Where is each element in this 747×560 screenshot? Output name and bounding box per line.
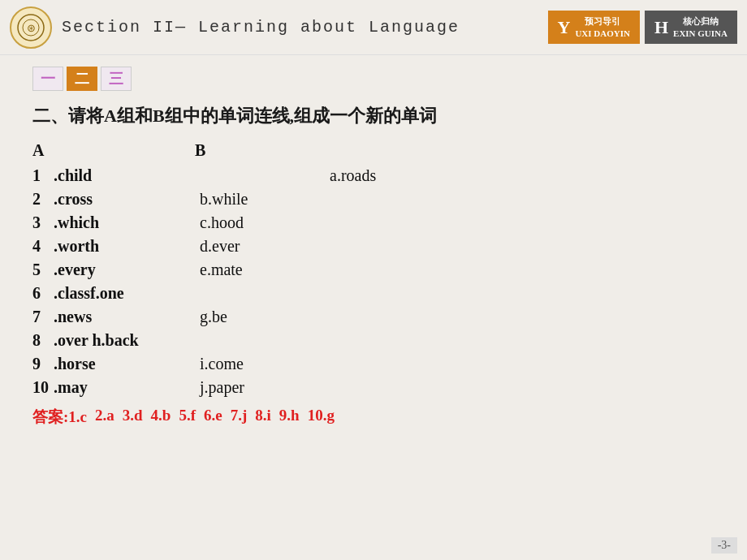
section-title: 二、请将A组和B组中的单词连线,组成一个新的单词	[32, 104, 715, 128]
main-content: 一 二 三 二、请将A组和B组中的单词连线,组成一个新的单词 A B 1 .ch…	[0, 55, 747, 439]
word-b: i.come	[200, 355, 297, 373]
table-row: 5 .every e.mate	[32, 261, 715, 279]
header: ⊛ Section II— Learning about Language Y …	[0, 0, 747, 55]
word-num: 6	[32, 284, 54, 303]
answer-item: 答案:1.c	[32, 407, 87, 428]
word-num: 1	[32, 166, 54, 185]
answer-row: 答案:1.c 2.a 3.d 4.b 5.f 6.e 7.j 8.i 9.h 1…	[32, 407, 715, 428]
badge-h-letter: H	[654, 17, 668, 38]
answer-item: 8.i	[255, 407, 271, 428]
table-row: 2 .cross b.while	[32, 190, 715, 209]
word-b: g.be	[200, 308, 297, 326]
col-a-header: A	[32, 141, 195, 160]
table-row: 3 .which c.hood	[32, 213, 715, 232]
word-num: 8	[32, 331, 54, 350]
tab-3[interactable]: 三	[101, 67, 132, 91]
word-a: .which	[54, 213, 167, 232]
word-b: e.mate	[200, 261, 297, 279]
word-a: .over h.back	[54, 331, 167, 350]
word-exercise: A B 1 .child a.roads 2 .cross b.while 3 …	[32, 141, 715, 428]
badge-summary: H 核心归纳 EXIN GUINA	[645, 11, 737, 44]
word-a: .every	[54, 261, 167, 279]
word-b: b.while	[200, 190, 297, 209]
table-row: 4 .worth d.ever	[32, 237, 715, 256]
header-title: Section II— Learning about Language	[62, 18, 460, 37]
word-b: j.paper	[200, 378, 297, 397]
table-row: 7 .news g.be	[32, 308, 715, 326]
answer-item: 5.f	[179, 407, 196, 428]
badge-y-text: 预习导引 UXI DAOYIN	[575, 15, 630, 39]
word-num: 4	[32, 237, 54, 256]
word-b: d.ever	[200, 237, 297, 256]
answer-item: 9.h	[279, 407, 300, 428]
word-b: c.hood	[200, 213, 297, 232]
word-a: .worth	[54, 237, 167, 256]
word-a: .cross	[54, 190, 167, 209]
tab-2[interactable]: 二	[67, 67, 97, 91]
word-num: 3	[32, 213, 54, 232]
word-num: 10	[32, 378, 54, 397]
word-num: 7	[32, 308, 54, 326]
table-row: 8 .over h.back	[32, 331, 715, 350]
badge-preview: Y 预习导引 UXI DAOYIN	[548, 11, 640, 44]
word-b: a.roads	[330, 166, 427, 185]
badge-y-letter: Y	[558, 17, 571, 38]
page-number: -3-	[711, 537, 737, 554]
table-row: 1 .child a.roads	[32, 166, 715, 185]
word-a: .may	[54, 378, 167, 397]
col-b-header: B	[195, 141, 205, 160]
word-a: .news	[54, 308, 167, 326]
answer-item: 10.g	[308, 407, 335, 428]
header-left: ⊛ Section II— Learning about Language	[10, 6, 460, 49]
word-rows: 1 .child a.roads 2 .cross b.while 3 .whi…	[32, 166, 715, 397]
table-row: 9 .horse i.come	[32, 355, 715, 373]
answer-item: 2.a	[95, 407, 114, 428]
table-row: 10 .may j.paper	[32, 378, 715, 397]
columns-header: A B	[32, 141, 715, 160]
tab-1[interactable]: 一	[32, 67, 63, 91]
word-a: .classf.one	[54, 284, 167, 303]
answer-item: 4.b	[151, 407, 171, 428]
badge-h-text: 核心归纳 EXIN GUINA	[673, 15, 728, 39]
word-num: 2	[32, 190, 54, 209]
word-num: 9	[32, 355, 54, 373]
answer-item: 7.j	[231, 407, 248, 428]
header-badges: Y 预习导引 UXI DAOYIN H 核心归纳 EXIN GUINA	[548, 11, 737, 44]
answer-item: 3.d	[123, 407, 143, 428]
svg-text:⊛: ⊛	[27, 22, 36, 34]
word-num: 5	[32, 261, 54, 279]
table-row: 6 .classf.one	[32, 284, 715, 303]
answer-item: 6.e	[204, 407, 222, 428]
word-a: .horse	[54, 355, 167, 373]
word-a: .child	[54, 166, 167, 185]
logo-icon: ⊛	[10, 6, 52, 49]
tab-row: 一 二 三	[32, 67, 715, 91]
